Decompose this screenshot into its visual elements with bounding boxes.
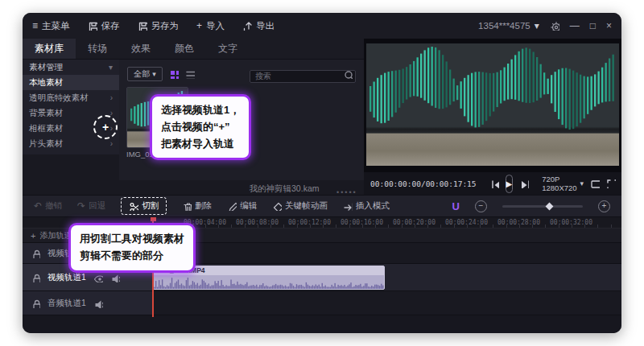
export-icon bbox=[242, 21, 252, 31]
ruler-label: 00:00:16:00 bbox=[341, 219, 383, 226]
edit-label: 编辑 bbox=[240, 200, 257, 212]
redo-icon: ↷ bbox=[77, 201, 85, 211]
callout-line: 用切割工具对视频素材 bbox=[80, 231, 184, 248]
visibility-eye-icon[interactable] bbox=[93, 273, 103, 282]
sidebar-label: 相框素材 bbox=[29, 123, 63, 134]
plus-icon: + bbox=[196, 21, 202, 31]
undo-button[interactable]: ↶ 撤销 bbox=[34, 200, 62, 212]
sidebar-item-transparent-fx[interactable]: 透明底特效素材 › bbox=[23, 90, 119, 105]
tab-color[interactable]: 颜色 bbox=[163, 39, 206, 59]
search-input[interactable] bbox=[250, 70, 356, 83]
sidebar-item-media-manage[interactable]: 素材管理 ▾ bbox=[23, 60, 119, 75]
close-button[interactable]: × bbox=[606, 20, 612, 31]
library-sidebar: 素材管理 ▾ 本地素材 透明底特效素材 › 背景素材 › 相框素材 › 片头素材… bbox=[23, 60, 119, 154]
skip-previous-icon bbox=[489, 179, 499, 188]
insert-mode-button[interactable]: 插入模式 bbox=[343, 200, 390, 212]
timecode: 00:00:00:00/00:00:17:15 bbox=[370, 179, 477, 188]
save-as-button[interactable]: 另存为 bbox=[138, 20, 180, 32]
zoom-out-button[interactable]: − bbox=[475, 200, 487, 212]
undo-icon: ↶ bbox=[34, 201, 42, 211]
delete-button[interactable]: 删除 bbox=[182, 200, 212, 212]
chevron-down-icon: ▾ bbox=[535, 21, 539, 31]
account-label: 1354***4575 bbox=[478, 21, 530, 31]
account-menu[interactable]: 1354***4575 ▾ bbox=[478, 21, 539, 31]
settings-gear-icon[interactable] bbox=[550, 21, 559, 31]
undo-label: 撤销 bbox=[45, 200, 62, 212]
add-track-label: 添加轨道 bbox=[39, 230, 72, 241]
redo-button[interactable]: ↷ 回退 bbox=[77, 200, 105, 212]
grid-view-icon[interactable] bbox=[169, 69, 179, 79]
video-preview[interactable] bbox=[366, 43, 619, 166]
ruler-label: 00:00:28:00 bbox=[497, 219, 540, 226]
chevron-down-icon: ▾ bbox=[109, 63, 113, 72]
callout-import-tip: 选择视频轨道1， 点击视频的“+” 把素材导入轨道 bbox=[150, 94, 251, 160]
tab-text[interactable]: 文字 bbox=[206, 39, 250, 59]
import-label: 导入 bbox=[206, 20, 225, 32]
tab-transitions[interactable]: 转场 bbox=[76, 39, 119, 59]
lock-icon[interactable] bbox=[31, 299, 40, 308]
track-label: 视频轨道1 bbox=[47, 272, 86, 283]
edit-button[interactable]: 编辑 bbox=[227, 200, 257, 212]
skip-next-button[interactable] bbox=[519, 179, 529, 188]
callout-line: 剪辑不需要的部分 bbox=[80, 248, 184, 265]
add-to-track-button[interactable]: + bbox=[93, 115, 118, 139]
import-button[interactable]: + 导入 bbox=[196, 20, 225, 32]
audio-waveform bbox=[154, 274, 384, 289]
resolution-dropdown[interactable]: 720P 1280X720 ▾ bbox=[542, 175, 584, 192]
screenshot-stage: ≡ 主菜单 保存 另存为 + 导入 导出 1354***4575 bbox=[0, 0, 644, 346]
cut-button[interactable]: 切割 bbox=[121, 197, 167, 215]
play-button[interactable]: ▶ bbox=[506, 175, 514, 193]
callout-line: 点击视频的“+” bbox=[161, 119, 240, 136]
pencil-icon bbox=[227, 201, 237, 211]
lock-icon[interactable] bbox=[31, 249, 40, 258]
lock-icon[interactable] bbox=[31, 273, 40, 282]
main-menu-button[interactable]: ≡ 主菜单 bbox=[32, 20, 70, 32]
callout-line: 选择视频轨道1， bbox=[161, 102, 240, 119]
sidebar-item-local-media[interactable]: 本地素材 bbox=[23, 75, 119, 90]
resolution-value: 720P 1280X720 bbox=[542, 175, 576, 192]
save-as-label: 另存为 bbox=[151, 20, 180, 32]
list-view-icon[interactable] bbox=[185, 69, 195, 79]
zoom-in-button[interactable]: + bbox=[598, 200, 610, 212]
track-audio1[interactable]: 音频轨道1 bbox=[23, 291, 621, 315]
mute-speaker-icon[interactable] bbox=[110, 273, 120, 282]
ruler-label: 00:00:20:00 bbox=[393, 219, 436, 226]
mute-speaker-icon[interactable] bbox=[93, 299, 103, 308]
export-label: 导出 bbox=[256, 20, 275, 32]
trash-icon bbox=[182, 201, 192, 211]
play-icon: ▶ bbox=[506, 179, 513, 188]
keyframe-diamond-icon bbox=[272, 201, 282, 211]
ruler-label: 00:00:32:00 bbox=[550, 219, 592, 226]
redo-label: 回退 bbox=[89, 200, 105, 212]
save-button[interactable]: 保存 bbox=[88, 20, 120, 32]
topbar: ≡ 主菜单 保存 另存为 + 导入 导出 1354***4575 bbox=[23, 13, 621, 39]
tab-effects[interactable]: 效果 bbox=[119, 39, 163, 59]
tab-media-library[interactable]: 素材库 bbox=[23, 39, 76, 59]
search-icon[interactable] bbox=[343, 69, 353, 79]
sidebar-label: 片头素材 bbox=[29, 138, 63, 150]
project-filename: 我的神剪辑30.kam bbox=[224, 183, 345, 195]
minimize-button[interactable]: — bbox=[570, 20, 580, 31]
ruler-label: 00:00:24:00 bbox=[445, 219, 488, 226]
keyframe-animation-button[interactable]: 关键帧动画 bbox=[272, 200, 328, 212]
filter-value: 全部 bbox=[134, 68, 150, 80]
filter-dropdown[interactable]: 全部 ▾ bbox=[127, 67, 163, 81]
fit-screen-icon[interactable] bbox=[590, 179, 600, 188]
export-button[interactable]: 导出 bbox=[242, 20, 275, 32]
fullscreen-icon[interactable] bbox=[606, 179, 616, 188]
callout-cut-tip: 用切割工具对视频素材 剪辑不需要的部分 bbox=[68, 223, 196, 273]
chevron-down-icon: ▾ bbox=[580, 179, 584, 187]
ruler-label: 00:00:12:00 bbox=[288, 219, 331, 226]
skip-next-icon bbox=[519, 179, 529, 188]
chevron-down-icon: ▾ bbox=[152, 70, 156, 78]
delete-label: 删除 bbox=[195, 200, 212, 212]
hamburger-icon: ≡ bbox=[32, 21, 38, 31]
maximize-button[interactable]: □ bbox=[590, 20, 596, 31]
scissors-icon bbox=[129, 201, 138, 211]
timeline-zoom-slider[interactable] bbox=[502, 205, 583, 208]
timeline-empty-area bbox=[23, 315, 621, 333]
magnet-snap-button[interactable]: U bbox=[452, 200, 460, 212]
zoom-slider-thumb[interactable] bbox=[546, 202, 554, 210]
app-window: ≡ 主菜单 保存 另存为 + 导入 导出 1354***4575 bbox=[23, 13, 621, 333]
skip-previous-button[interactable] bbox=[489, 179, 499, 188]
